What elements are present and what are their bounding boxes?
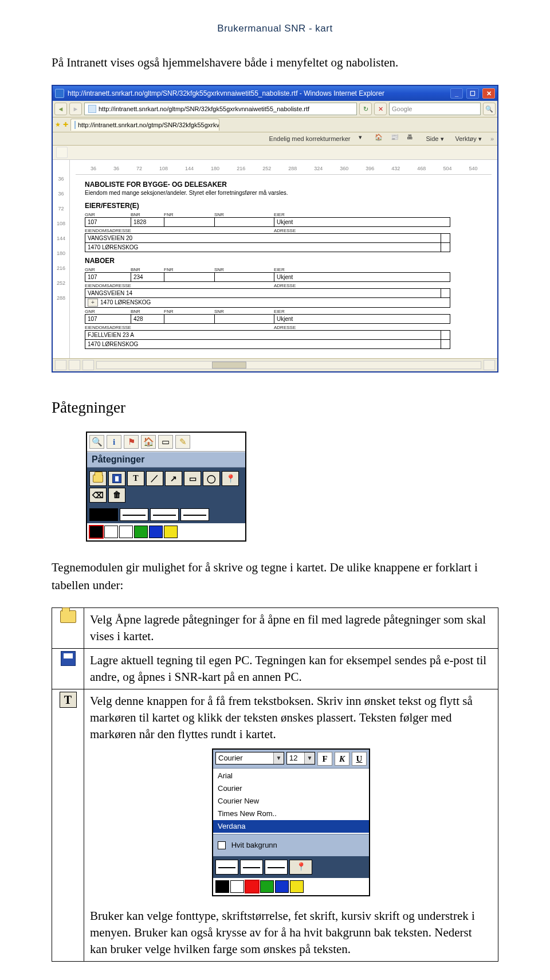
status-btn[interactable] [55,360,66,370]
vertical-ruler: 36 36 72 108 144 180 216 252 288 [53,160,70,358]
font-panel-explain: Bruker kan velge fonttype, skriftstørrel… [90,908,492,958]
url-text: http://intranett.snrkart.no/gltmp/SNR/32… [99,105,309,112]
nav-forward-icon[interactable]: ► [69,103,82,115]
font-panel: Courier▼ 12▼ F K U Arial Courier Courier… [212,748,370,896]
color-swatches [87,523,245,540]
search-icon[interactable]: 🔍 [89,435,104,449]
open-button[interactable] [89,471,107,486]
tc-black[interactable] [215,880,229,893]
fill-black[interactable] [89,508,118,521]
tc-blue[interactable] [275,880,289,893]
swatch-red[interactable] [119,526,133,538]
tc-yellow[interactable] [290,880,304,893]
page-menu[interactable]: Side ▾ [423,134,446,144]
module-intro: Tegnemodulen gir mulighet for å skrive o… [52,559,498,594]
save-button[interactable] [108,471,125,486]
page-icon [88,105,96,113]
favorites-icon[interactable]: ★ [55,121,61,128]
textbox-explain: Velg denne knappen for å få frem tekstbo… [90,694,473,741]
browser-tab[interactable]: http://intranett.snrkart.no/gtmp/SNR/32k… [70,119,219,131]
tc-white[interactable] [230,880,244,893]
box-icon[interactable]: ▭ [158,435,173,449]
add-favorite-icon[interactable]: ✚ [63,121,68,128]
rect-button[interactable]: ▭ [184,471,201,486]
pategninger-panel: 🔍 i ⚑ 🏠 ▭ ✎ Påtegninger T ／ ↗ ▭ ◯ 📍 ⌫ 🗑 [86,432,246,542]
swatch-yellow[interactable] [164,526,178,538]
naboliste-title: NABOLISTE FOR BYGGE- OG DELESAKER [85,181,482,189]
fill-outline1[interactable] [120,508,148,521]
tab-row: ★ ✚ http://intranett.snrkart.no/gtmp/SNR… [53,117,497,132]
stop-icon[interactable]: ✕ [374,103,387,115]
pin-icon[interactable]: 📍 [289,860,312,875]
trash-button[interactable]: 🗑 [108,488,125,503]
minimize-button[interactable]: _ [450,88,463,99]
tbl-save-icon [52,649,84,689]
text-button[interactable]: T [127,471,144,486]
folder-open-icon [60,610,76,623]
scroll-right[interactable] [484,360,495,370]
underline-button[interactable]: U [352,752,367,766]
swatch-green[interactable] [134,526,148,538]
bold-button[interactable]: F [317,752,332,766]
hscrollbar[interactable] [96,361,481,369]
tbl-open-icon [52,608,84,649]
font-select[interactable]: Courier▼ [215,752,284,765]
pencil-icon[interactable]: ✎ [175,435,190,449]
button-table: Velg Åpne lagrede påtegninger for å åpne… [52,607,498,961]
tc-green[interactable] [260,880,274,893]
info-icon[interactable]: i [107,435,121,449]
tab-page-icon [74,121,76,129]
line1[interactable] [215,860,238,875]
url-input[interactable]: http://intranett.snrkart.no/gltmp/SNR/32… [84,103,357,115]
swatch-white[interactable] [104,526,118,538]
swatch-blue[interactable] [149,526,163,538]
tools-menu[interactable]: Verktøy ▾ [453,134,485,144]
tbl-open-text: Velg Åpne lagrede påtegninger for å åpne… [84,608,498,649]
window-title: http://intranett.snrkart.no/gltmp/SNR/32… [68,89,447,97]
tbl-save-text: Lagre aktuell tegning til egen PC. Tegni… [84,649,498,689]
font-option-selected[interactable]: Verdana [213,820,369,833]
maximize-button[interactable]: ☐ [466,88,479,99]
house-icon[interactable]: 🏠 [141,435,156,449]
font-option[interactable]: Arial [213,770,369,782]
arrow-button[interactable]: ↗ [165,471,182,486]
feeds-icon[interactable]: 📰 [391,134,401,144]
left-btn[interactable] [56,147,68,158]
rtf-toolbar [53,146,497,160]
font-option[interactable]: Times New Rom.. [213,807,369,820]
erase-button[interactable]: ⌫ [89,488,107,503]
print-icon[interactable]: 🖶 [407,134,417,144]
line3[interactable] [265,860,288,875]
zoom-dropdown-icon[interactable]: ▾ [359,134,369,144]
nav-back-icon[interactable]: ◄ [54,103,67,115]
line-button[interactable]: ／ [146,471,163,486]
font-option[interactable]: Courier [213,782,369,795]
korrektur-dropdown[interactable]: Endelig med korrekturmerker [266,134,353,143]
search-input[interactable]: Google [389,103,481,115]
panel-label: Påtegninger [87,452,245,468]
fill-swatches [87,506,245,523]
expand-icon[interactable]: + [88,299,98,307]
line2[interactable] [240,860,263,875]
swatch-black[interactable] [89,526,103,538]
eier-header: EIER/FESTER(E) [85,202,482,210]
refresh-icon[interactable]: ↻ [359,103,372,115]
flag-icon[interactable]: ⚑ [124,435,139,449]
home-icon[interactable]: 🏠 [375,134,385,144]
size-select[interactable]: 12▼ [286,752,315,765]
tc-red[interactable] [245,880,259,893]
status-btn[interactable] [82,360,94,370]
tbl-text-icon: T [52,689,84,961]
close-button[interactable]: ✕ [482,88,495,99]
fill-outline3[interactable] [180,508,209,521]
font-option[interactable]: Courier New [213,795,369,807]
fill-outline2[interactable] [150,508,179,521]
window-titlebar: http://intranett.snrkart.no/gltmp/SNR/32… [53,86,497,101]
status-bar [53,358,497,371]
circle-button[interactable]: ◯ [203,471,220,486]
search-icon[interactable]: 🔍 [483,103,496,115]
status-btn[interactable] [69,360,80,370]
pin-button[interactable]: 📍 [222,471,239,486]
hvit-bakgrunn-checkbox[interactable] [218,841,226,849]
italic-button[interactable]: K [335,752,349,766]
